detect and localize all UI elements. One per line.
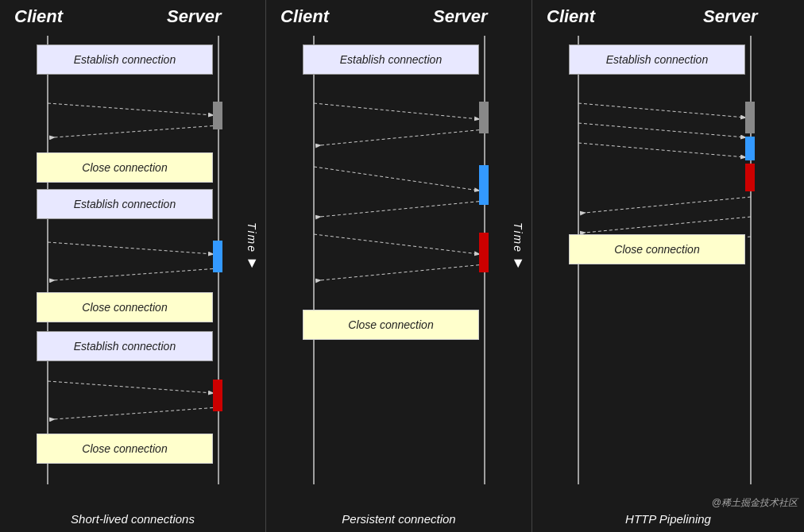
- panel1-server-header: Server: [167, 6, 222, 27]
- watermark: @稀土掘金技术社区: [712, 496, 798, 510]
- diagram-container: Client Server Establish connection Close…: [0, 0, 804, 532]
- panel3-close-1: Close connection: [569, 234, 745, 264]
- panel3-establish-1: Establish connection: [569, 44, 745, 75]
- panel1-establish-2: Establish connection: [37, 189, 213, 219]
- panel2-server-header: Server: [433, 6, 488, 27]
- panel3-caption: HTTP Pipelining: [532, 512, 804, 526]
- panel1-time-arrow: Time ▼: [245, 222, 259, 272]
- panel2-caption: Persistent connection: [266, 512, 531, 526]
- panel1-client-label: Client: [14, 6, 63, 26]
- panel3-server-header: Server: [703, 6, 758, 27]
- panel1-establish-3: Establish connection: [37, 331, 213, 361]
- panel2-close-1: Close connection: [303, 310, 479, 340]
- panel2-time-arrow: Time ▼: [511, 222, 525, 272]
- panel-persistent: Client Server Establish connection Close…: [266, 0, 532, 532]
- panel1-server-label: Server: [167, 6, 222, 26]
- panel3-client-label: Client: [547, 6, 595, 26]
- panel-short-lived: Client Server Establish connection Close…: [0, 0, 266, 532]
- panel2-establish-1: Establish connection: [303, 44, 479, 75]
- panel1-close-3: Close connection: [37, 434, 213, 464]
- panel1-close-1: Close connection: [37, 152, 213, 183]
- panel2-client-header: Client: [280, 6, 329, 27]
- panel-pipelining: Client Server Establish connection Close…: [532, 0, 804, 532]
- panel2-client-label: Client: [280, 6, 329, 26]
- panel3-client-header: Client: [547, 6, 595, 27]
- panel1-caption: Short-lived connections: [0, 512, 265, 526]
- panel3-server-label: Server: [703, 6, 758, 26]
- panel1-client-header: Client: [14, 6, 63, 27]
- panel1-close-2: Close connection: [37, 292, 213, 322]
- panel2-server-label: Server: [433, 6, 488, 26]
- panel1-establish-1: Establish connection: [37, 44, 213, 75]
